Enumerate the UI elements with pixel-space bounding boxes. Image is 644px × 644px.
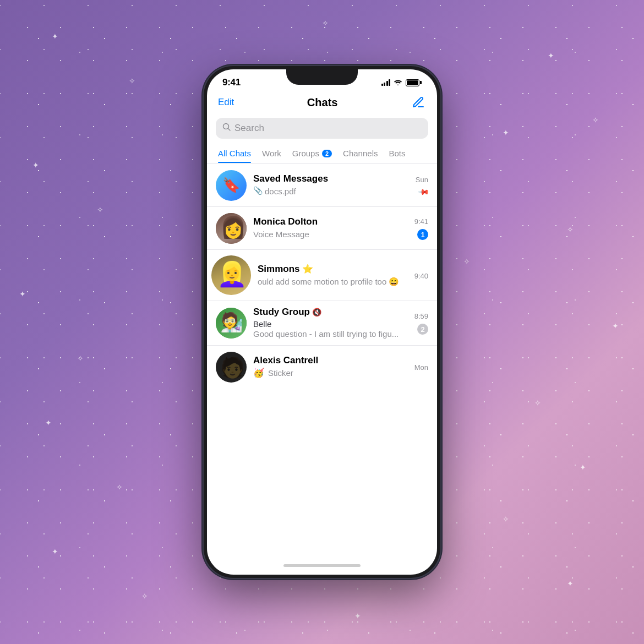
home-indicator xyxy=(207,556,437,575)
home-bar xyxy=(283,564,361,567)
attachment-icon: 📎 xyxy=(253,186,263,195)
chat-info-simmons: Simmons ⭐ ould add some motion to profil… xyxy=(258,264,408,287)
chat-info-saved: Saved Messages 📎 docs.pdf xyxy=(253,173,409,197)
phone-notch xyxy=(286,66,358,85)
chat-item-study[interactable]: Study Group 🔇 Belle Good question - I am… xyxy=(207,301,437,346)
edit-button[interactable]: Edit xyxy=(218,97,234,108)
tab-groups[interactable]: Groups 2 xyxy=(292,144,332,162)
signal-icon xyxy=(381,79,391,86)
chat-time-monica: 9:41 xyxy=(414,217,428,226)
chat-meta-simmons: 9:40 xyxy=(414,271,428,280)
chat-info-alexis: Alexis Cantrell 🥳 Sticker xyxy=(253,355,408,379)
chat-item-saved[interactable]: 🔖 Saved Messages 📎 docs.pdf Sun 📌 xyxy=(207,164,437,207)
nav-bar: Edit Chats xyxy=(207,90,437,116)
phone-screen: 9:41 Edit xyxy=(207,69,437,575)
chat-preview-saved: docs.pdf xyxy=(265,186,296,197)
chat-item-monica[interactable]: Monica Dolton Voice Message 9:41 1 xyxy=(207,207,437,250)
avatar-saved: 🔖 xyxy=(216,170,247,201)
tab-channels[interactable]: Channels xyxy=(343,144,378,162)
phone-shell: 9:41 Edit xyxy=(204,66,440,578)
chat-name-alexis: Alexis Cantrell xyxy=(253,355,318,366)
chat-list: 🔖 Saved Messages 📎 docs.pdf Sun 📌 xyxy=(207,164,437,556)
chat-name-study: Study Group xyxy=(253,307,310,318)
chat-name-monica: Monica Dolton xyxy=(253,216,318,227)
chat-preview-monica: Voice Message xyxy=(253,229,309,240)
preview-sender-study: Belle xyxy=(253,319,271,329)
chat-time-simmons: 9:40 xyxy=(414,272,428,280)
chat-preview-alexis: Sticker xyxy=(268,368,293,379)
chat-meta-study: 8:59 2 xyxy=(414,311,428,335)
chat-time-alexis: Mon xyxy=(414,363,428,372)
battery-icon xyxy=(406,79,422,86)
groups-badge: 2 xyxy=(322,150,332,157)
avatar-study xyxy=(216,308,247,339)
sticker-icon-alexis: 🥳 xyxy=(253,368,264,378)
chat-item-simmons[interactable]: Simmons ⭐ ould add some motion to profil… xyxy=(207,250,437,301)
chat-info-monica: Monica Dolton Voice Message xyxy=(253,216,408,240)
chat-item-alexis[interactable]: Alexis Cantrell 🥳 Sticker Mon xyxy=(207,346,437,389)
avatar-monica xyxy=(216,213,247,244)
avatar-simmons xyxy=(211,255,251,295)
tab-all-chats[interactable]: All Chats xyxy=(218,144,251,162)
chat-meta-saved: Sun 📌 xyxy=(416,174,428,196)
chat-time-saved: Sun xyxy=(416,176,428,184)
status-icons xyxy=(381,78,422,87)
star-icon-simmons: ⭐ xyxy=(302,264,313,274)
chat-time-study: 8:59 xyxy=(414,312,428,320)
unread-badge-study: 2 xyxy=(417,324,428,335)
chat-meta-alexis: Mon xyxy=(414,362,428,372)
chat-name-simmons: Simmons xyxy=(258,264,300,275)
pin-icon-saved: 📌 xyxy=(417,185,430,198)
search-bar[interactable]: Search xyxy=(216,118,428,139)
mute-icon-study: 🔇 xyxy=(312,308,321,316)
compose-button[interactable] xyxy=(411,95,426,110)
tab-work[interactable]: Work xyxy=(262,144,281,162)
tab-bots[interactable]: Bots xyxy=(389,144,405,162)
chats-title: Chats xyxy=(307,96,338,109)
chat-preview-study: Good question - I am still trying to fig… xyxy=(253,329,399,340)
chat-preview-simmons: ould add some motion to profile too 😄 xyxy=(258,276,399,287)
status-time: 9:41 xyxy=(222,77,241,88)
avatar-alexis xyxy=(216,352,247,383)
unread-badge-monica: 1 xyxy=(417,229,428,240)
chat-name-saved: Saved Messages xyxy=(253,173,328,184)
filter-tabs: All Chats Work Groups 2 Channels Bots xyxy=(207,144,437,164)
wifi-icon xyxy=(394,78,402,87)
chat-info-study: Study Group 🔇 Belle Good question - I am… xyxy=(253,307,408,340)
chat-meta-monica: 9:41 1 xyxy=(414,216,428,240)
search-placeholder: Search xyxy=(234,123,264,134)
search-icon xyxy=(222,123,231,134)
